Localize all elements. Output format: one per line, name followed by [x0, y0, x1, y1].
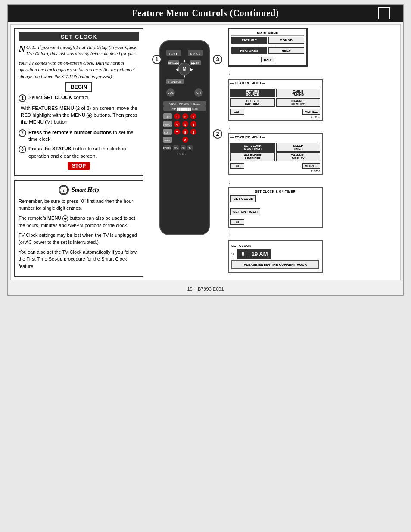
time-row: 3. 8 : 19 AM	[231, 249, 319, 259]
main-menu-label: MAIN MENU	[231, 31, 304, 36]
main-menu-picture: PICTURE	[231, 37, 267, 44]
screens-column: MAIN MENU PICTURE SOUND · · · · · · · FE…	[228, 28, 323, 277]
set-clock-timer-label: — SET CLOCK & ON TIMER —	[230, 190, 320, 193]
feature-menu-1-label: — FEATURE MENU —	[230, 81, 265, 84]
main-menu-help: HELP	[268, 47, 304, 54]
footer-text: 15 · IB7893 E001	[187, 286, 224, 292]
page-footer: 15 · IB7893 E001	[8, 283, 403, 295]
stop-button: STOP	[68, 162, 90, 170]
svg-text:▲: ▲	[183, 59, 186, 62]
begin-button: BEGIN	[65, 82, 92, 92]
sct-exit-row: EXIT	[230, 217, 320, 226]
svg-text:4: 4	[176, 123, 178, 127]
feature-menu-1-screen: — FEATURE MENU — · · · · · · · PICTURESO…	[228, 79, 323, 121]
svg-text:REW ◀◀: REW ◀◀	[168, 62, 179, 65]
fm2-more: MORE...	[302, 163, 320, 169]
smart-help-p4: You can also set the TV Clock automatica…	[19, 249, 139, 270]
svg-text:i: i	[63, 188, 64, 193]
step-1: 1 Select SET CLOCK control.	[19, 94, 139, 102]
svg-text:5: 5	[184, 123, 187, 127]
svg-text:1: 1	[176, 115, 178, 119]
time-box: 8	[240, 250, 246, 258]
page-container: Feature Menu Controls (Continued) SET CL…	[7, 4, 404, 296]
fm1-picture-source: PICTURESOURCE	[230, 89, 275, 97]
main-menu-screen: MAIN MENU PICTURE SOUND · · · · · · · FE…	[228, 28, 308, 67]
main-menu-row1: PICTURE SOUND	[231, 37, 304, 44]
remote-step1-label: 1	[152, 55, 162, 64]
remote-step2-label: 2	[213, 129, 222, 139]
note-text: N OTE: If you went through First Time Se…	[19, 44, 139, 57]
main-menu-exit-row: EXIT	[231, 55, 304, 63]
svg-text:9: 9	[193, 131, 195, 134]
step-3-text: Press the STATUS button to set the clock…	[28, 145, 139, 159]
svg-text:2: 2	[184, 115, 187, 119]
fm2-row2: HALF HOURREMINDER CHANNELDISPLAY	[230, 152, 320, 161]
note-body: OTE: If you went through First Time Setu…	[26, 44, 137, 56]
fm2-exit: EXIT	[230, 163, 244, 169]
set-clock-final-label: SET CLOCK	[231, 244, 319, 248]
fm1-page: 1 OF 3	[230, 115, 320, 118]
time-colon: : 19 AM	[248, 251, 268, 257]
step-3-circle: 3	[19, 146, 26, 153]
fm1-exit: EXIT	[230, 109, 244, 115]
main-menu-sound: SOUND	[268, 37, 304, 44]
svg-text:ON/OFF  PIP  SWAP  FREEZE: ON/OFF PIP SWAP FREEZE	[169, 103, 200, 105]
fm2-half-hour: HALF HOURREMINDER	[230, 152, 275, 161]
svg-text:SURF: SURF	[164, 131, 171, 134]
main-menu-row2: FEATURES HELP	[231, 47, 304, 54]
diagrams-area: PLAY▶ STATUS REW ◀◀ ▶▶ FF M ▲ ▼ ◀	[147, 28, 397, 277]
svg-text:100+: 100+	[164, 115, 171, 118]
page-title: Feature Menu Controls (Continued)	[132, 8, 279, 18]
svg-text:POWER: POWER	[163, 147, 171, 149]
stop-container: STOP	[19, 162, 139, 170]
svg-text:SMART: SMART	[163, 139, 172, 142]
fm2-row1: SET CLOCK& ON TIMER SLEEPTIMER	[230, 143, 320, 152]
fm2-sleep-timer: SLEEPTIMER	[276, 143, 321, 152]
fm2-set-clock: SET CLOCK& ON TIMER	[230, 143, 275, 152]
svg-text:▶: ▶	[190, 68, 193, 72]
set-clock-section: SET CLOCK N OTE: If you went through Fir…	[14, 28, 143, 176]
set-clock-title: SET CLOCK	[19, 32, 139, 41]
step-3: 3 Press the STATUS button to set the clo…	[19, 145, 139, 159]
right-column: PLAY▶ STATUS REW ◀◀ ▶▶ FF M ▲ ▼ ◀	[147, 28, 397, 277]
feature-menu-2-label: — FEATURE MENU —	[230, 136, 320, 139]
svg-text:PIP  ████████  SIZE: PIP ████████ SIZE	[172, 107, 198, 111]
fm1-more: MORE...	[302, 109, 320, 115]
svg-text:STATUS: STATUS	[190, 53, 200, 55]
smart-help-p2: The remote's MENU ◆ buttons can also be …	[19, 215, 139, 229]
svg-text:0: 0	[184, 138, 187, 142]
svg-text:VOL: VOL	[168, 91, 174, 94]
feature-menu-1-header: — FEATURE MENU —	[230, 81, 320, 84]
main-menu-exit: EXIT	[261, 57, 275, 62]
remote-area: PLAY▶ STATUS REW ◀◀ ▶▶ FF M ▲ ▼ ◀	[147, 28, 224, 277]
svg-text:CH: CH	[181, 147, 185, 149]
svg-text:CH: CH	[196, 91, 201, 94]
fm2-page: 2 OF 3	[230, 170, 320, 173]
left-column: SET CLOCK N OTE: If you went through Fir…	[14, 28, 143, 277]
set-clock-dots: · · · · · · ·	[230, 204, 320, 206]
remote-step3-label: 3	[213, 55, 222, 64]
svg-text:TV/VCR: TV/VCR	[163, 124, 173, 126]
fm1-row2: CLOSEDCAPTIONS CHANNELMEMORY	[230, 98, 320, 107]
arrow-2: ↓	[228, 124, 231, 131]
svg-text:◀: ◀	[176, 68, 179, 72]
svg-text:7: 7	[176, 131, 178, 134]
arrow-1: ↓	[228, 69, 231, 76]
svg-text:▼: ▼	[183, 75, 186, 78]
main-menu-features: FEATURES	[231, 47, 267, 54]
clock-description: Your TV comes with an on-screen clock. D…	[19, 60, 139, 80]
svg-text:6: 6	[193, 123, 195, 127]
svg-text:TV: TV	[189, 147, 192, 149]
svg-text:STOP ■  SURF: STOP ■ SURF	[168, 81, 182, 83]
fm1-closed-captions: CLOSEDCAPTIONS	[230, 98, 275, 107]
header-box	[378, 7, 390, 19]
arrow-4: ↓	[228, 231, 231, 238]
fm1-footer: EXIT MORE...	[230, 108, 320, 115]
sct-exit: EXIT	[230, 219, 244, 225]
svg-text:8: 8	[184, 131, 187, 134]
set-clock-btn: SET CLOCK	[230, 195, 256, 202]
step-1-circle: 1	[19, 94, 26, 102]
feature-dots-1: · · · · · · ·	[230, 85, 320, 88]
arrow-3: ↓	[228, 178, 231, 185]
step-2-text: Press the remote's number buttons to set…	[28, 129, 139, 143]
